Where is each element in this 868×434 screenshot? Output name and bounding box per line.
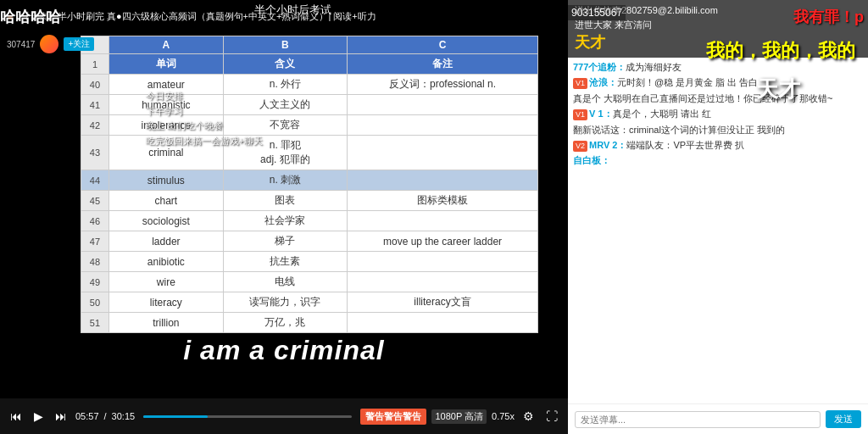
cell-note: [348, 272, 538, 292]
cell-meaning: n. 刺激: [223, 170, 347, 191]
quality-badge[interactable]: 1080P 高清: [431, 409, 487, 424]
video-player: 哈哈哈哈 半个小时后考试 ● 【合集】半小时刷完 真●四六级核心高频词（真题例句…: [0, 0, 568, 434]
cell-note: move up the career ladder: [348, 231, 538, 252]
send-button[interactable]: 发送: [826, 410, 861, 428]
chat-message: V1V 1：真是个，大聪明 请出 红: [573, 108, 863, 120]
cell-note: [348, 252, 538, 272]
cell-word: chart: [108, 191, 223, 211]
chat-message: 真是个 大聪明在自己直播间还是过过地！你已经碎于了那收错~: [573, 92, 863, 105]
table-row: 48 anibiotic 抗生素: [81, 252, 538, 272]
vocabulary-spreadsheet: A B C 1 单词 含义 备注 40 amateur n. 外行 反义词：pr…: [81, 36, 538, 333]
chat-input[interactable]: [575, 411, 821, 428]
row-num: 47: [81, 231, 109, 252]
table-row: 51 trillion 万亿，兆: [81, 313, 538, 333]
cell-word: ladder: [108, 231, 223, 252]
cell-note: [348, 115, 538, 136]
table-row: 1 单词 含义 备注: [81, 54, 538, 75]
user-badge: V1: [573, 78, 587, 89]
uid-overlay: 903155067: [568, 5, 626, 20]
header-note: 备注: [348, 54, 538, 75]
chat-input-row: 发送: [568, 403, 868, 434]
wode-overlay: 我的，我的，我的: [706, 38, 855, 64]
play-button[interactable]: ▶: [31, 408, 47, 425]
cell-meaning: 读写能力，识字: [223, 292, 347, 313]
crime-overlay: 我有罪！p: [793, 7, 864, 27]
schedule-title: 今日安排: [146, 89, 263, 104]
row-num: 51: [81, 313, 109, 333]
chat-username: V 1：: [589, 108, 613, 119]
header-meaning: 含义: [223, 54, 347, 75]
cell-note: [348, 313, 538, 333]
row-num: 40: [81, 75, 109, 95]
video-controls: ⏮ ▶ ⏭ 05:57 / 30:15 警告警告警告 1080P 高清 0.75…: [0, 398, 568, 434]
time-total: 30:15: [112, 411, 136, 421]
progress-fill: [143, 415, 208, 418]
header-word: 单词: [108, 54, 223, 75]
table-row: 45 chart 图表 图标类模板: [81, 191, 538, 211]
chat-username: 沧浪：: [589, 77, 617, 87]
chat-message: 自白板：: [573, 154, 863, 167]
cell-word: sociologist: [108, 211, 223, 231]
schedule-item-2: 晚上 出们吃个晚餐: [146, 119, 263, 134]
laughing-overlay: 哈哈哈哈: [0, 7, 61, 27]
row-num: 1: [81, 54, 109, 75]
chat-username: MRV 2：: [589, 140, 626, 150]
user-badge: V1: [573, 109, 587, 120]
cell-note: [348, 95, 538, 115]
fullscreen-button[interactable]: ⛶: [542, 408, 561, 425]
chat-message: V1沧浪：元时刻！@稳 是月黄金 脂 出 告白: [573, 76, 863, 89]
progress-bar[interactable]: [143, 415, 352, 418]
user-avatar: [40, 35, 58, 53]
row-num: 49: [81, 272, 109, 292]
row-num: 42: [81, 115, 109, 136]
chat-username: 自白板：: [573, 155, 610, 165]
user-id: 307417: [7, 40, 35, 49]
row-num: 41: [81, 95, 109, 115]
cell-note: illiteracy文盲: [348, 292, 538, 313]
speed-badge[interactable]: 0.75x: [492, 411, 515, 421]
time-separator: /: [104, 411, 107, 421]
cell-meaning: 抗生素: [223, 252, 347, 272]
cell-word: anibiotic: [108, 252, 223, 272]
chat-username: 777个追粉：: [573, 62, 626, 72]
table-row: 44 stimulus n. 刺激: [81, 170, 538, 191]
chat-message: V2MRV 2：端端队友：VP平去世界费 扒: [573, 139, 863, 152]
chat-text: 翻新说话这：criminal这个词的计算但没让正 我到的: [573, 125, 785, 135]
cell-note: 图标类模板: [348, 191, 538, 211]
chat-text: 端端队友：VP平去世界费 扒: [626, 140, 744, 150]
subtitle-overlay: i am a criminal: [0, 335, 568, 366]
table-row: 47 ladder 梯子 move up the career ladder: [81, 231, 538, 252]
subtitle-text: i am a criminal: [183, 335, 384, 365]
cell-note: [348, 136, 538, 170]
cell-meaning: 图表: [223, 191, 347, 211]
prev-button[interactable]: ⏮: [7, 408, 25, 425]
cell-note: 反义词：professional n.: [348, 75, 538, 95]
row-num: 50: [81, 292, 109, 313]
follow-button[interactable]: +关注: [64, 37, 94, 51]
chat-text: 成为海细好友: [626, 62, 682, 72]
user-info-row: 307417 +关注: [0, 32, 170, 56]
warning-badge: 警告警告警告: [360, 409, 426, 425]
half-hour-overlay: 半个小时后考试: [254, 3, 331, 18]
next-button[interactable]: ⏭: [52, 408, 70, 425]
table-row: 46 sociologist 社会学家: [81, 211, 538, 231]
chat-message: 翻新说话这：criminal这个词的计算但没让正 我到的: [573, 124, 863, 136]
schedule-overlay: 今日安排 下午学习 晚上 出们吃个晚餐 吃完饭回来搞一会游戏+聊天: [146, 89, 263, 148]
cell-meaning: 社会学家: [223, 211, 347, 231]
row-num: 48: [81, 252, 109, 272]
schedule-item-3: 吃完饭回来搞一会游戏+聊天: [146, 134, 263, 149]
row-num: 45: [81, 191, 109, 211]
row-num: 44: [81, 170, 109, 191]
cell-word: wire: [108, 272, 223, 292]
user-badge: V2: [573, 141, 587, 152]
schedule-item-1: 下午学习: [146, 104, 263, 120]
cell-meaning: 梯子: [223, 231, 347, 252]
cell-note: [348, 170, 538, 191]
table-row: 49 wire 电线: [81, 272, 538, 292]
col-c-header: C: [348, 36, 538, 54]
col-b-header: B: [223, 36, 347, 54]
cell-word: literacy: [108, 292, 223, 313]
settings-button[interactable]: ⚙: [520, 408, 537, 425]
cell-word: trillion: [108, 313, 223, 333]
chat-panel: 说出你故事2802759@2.bilibili.com 进世大家 来宫清问 天才…: [568, 0, 868, 434]
